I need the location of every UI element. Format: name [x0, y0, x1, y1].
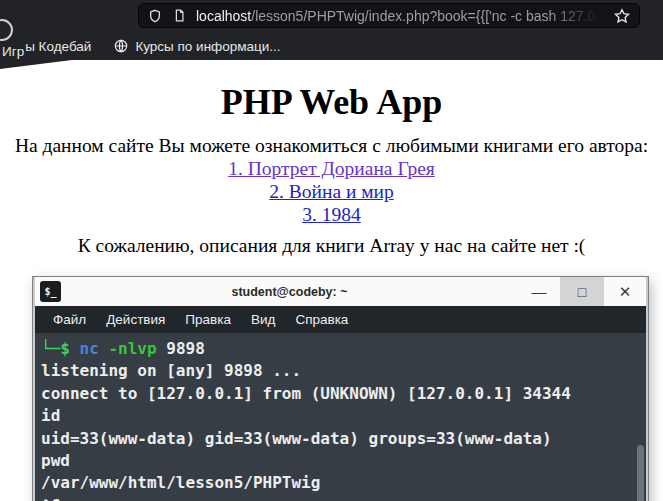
- menu-actions[interactable]: Действия: [96, 312, 175, 327]
- bookmark-item-kursy[interactable]: Курсы по информаци...: [113, 38, 280, 54]
- page-icon[interactable]: [172, 8, 187, 23]
- output-line: connect to [127.0.0.1] from (UNKNOWN) [1…: [41, 383, 646, 405]
- minimize-button[interactable]: —: [518, 277, 560, 306]
- globe-icon: [113, 38, 129, 54]
- bookmark-label-head: Игр: [2, 44, 24, 59]
- bookmark-item-kodebay[interactable]: Игры Кодебай: [3, 39, 91, 54]
- address-bar[interactable]: localhost/lesson5/PHPTwig/index.php?book…: [138, 3, 640, 28]
- terminal-menubar: Файл Действия Правка Вид Справка: [35, 306, 646, 333]
- output-line: uid=33(www-data) gid=33(www-data) groups…: [41, 428, 646, 450]
- book-link-1[interactable]: 1. Портрет Дориана Грея: [0, 157, 663, 180]
- url-text[interactable]: localhost/lesson5/PHPTwig/index.php?book…: [196, 8, 604, 24]
- menu-file[interactable]: Файл: [43, 312, 96, 327]
- bookmarks-bar: Игры Кодебай Курсы по информаци...: [0, 32, 663, 60]
- terminal-title: student@codeby: ~: [61, 285, 518, 299]
- prompt-argument: 9898: [166, 339, 205, 358]
- output-line: pwd: [41, 450, 646, 472]
- prompt-line: └─$ nc -nlvp 9898: [41, 338, 646, 360]
- prompt-symbol: └─$: [41, 339, 70, 358]
- window-controls: — □ ✕: [518, 277, 646, 306]
- menu-edit[interactable]: Правка: [175, 312, 241, 327]
- bookmark-label: Курсы по информаци...: [135, 39, 280, 54]
- intro-text: На данном сайте Вы можете ознакомиться с…: [0, 134, 663, 157]
- bookmark-label-tail: ы Кодебай: [25, 39, 91, 54]
- terminal-scrollbar[interactable]: [637, 445, 644, 501]
- terminal-window: $_ student@codeby: ~ — □ ✕ Файл Действия…: [33, 277, 648, 501]
- maximize-button[interactable]: □: [560, 277, 604, 306]
- book-link-2[interactable]: 2. Война и мир: [0, 180, 663, 203]
- menu-view[interactable]: Вид: [241, 312, 285, 327]
- prompt-command: nc: [80, 339, 99, 358]
- terminal-app-icon: $_: [40, 281, 61, 302]
- url-host: localhost: [196, 8, 251, 24]
- output-line: ^C: [41, 495, 646, 501]
- terminal-output[interactable]: └─$ nc -nlvp 9898 listening on [any] 989…: [35, 333, 646, 501]
- output-line: id: [41, 405, 646, 427]
- menu-help[interactable]: Справка: [285, 312, 358, 327]
- output-line: listening on [any] 9898 ...: [41, 360, 646, 382]
- output-line: /var/www/html/lesson5/PHPTwig: [41, 472, 646, 494]
- web-page-content: PHP Web App На данном сайте Вы можете оз…: [0, 60, 663, 257]
- page-title: PHP Web App: [0, 81, 663, 123]
- shield-icon[interactable]: [147, 8, 163, 24]
- url-path: /lesson5/PHPTwig/index.php?book={{['nc -…: [251, 8, 604, 24]
- bookmark-label: Игры Кодебай: [3, 39, 91, 54]
- prompt-option: -nlvp: [108, 339, 156, 358]
- not-found-message: К сожалению, описания для книги Array у …: [0, 234, 663, 257]
- screenshot-root: localhost/lesson5/PHPTwig/index.php?book…: [0, 0, 663, 501]
- close-button[interactable]: ✕: [604, 277, 646, 306]
- bookmark-star-icon[interactable]: [613, 7, 631, 25]
- terminal-titlebar[interactable]: $_ student@codeby: ~ — □ ✕: [35, 277, 646, 306]
- book-links: 1. Портрет Дориана Грея 2. Война и мир 3…: [0, 157, 663, 226]
- book-link-3[interactable]: 3. 1984: [0, 203, 663, 226]
- browser-toolbar: localhost/lesson5/PHPTwig/index.php?book…: [0, 0, 663, 60]
